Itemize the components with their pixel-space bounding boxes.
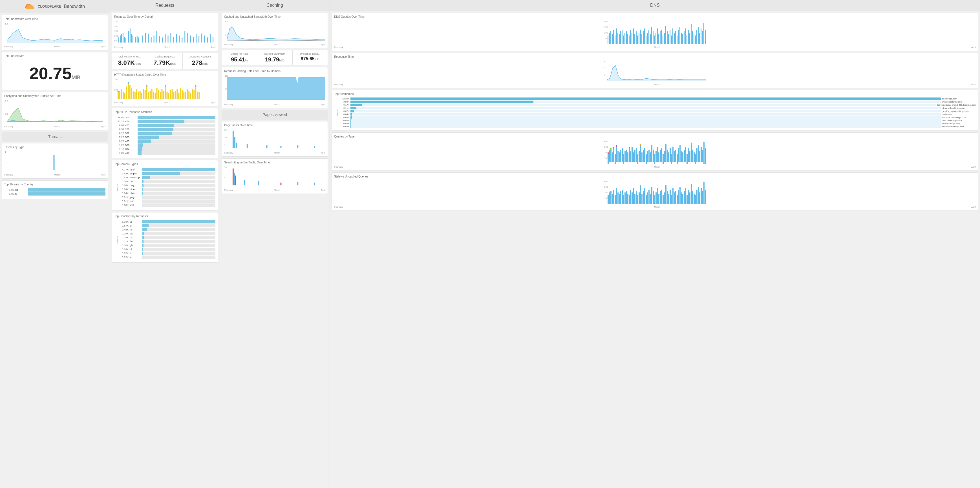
svg-rect-252: [647, 151, 648, 162]
dns-queries-chart: 400 300 200 100: [334, 20, 976, 49]
svg-rect-148: [620, 31, 621, 44]
svg-rect-18: [126, 38, 126, 43]
svg-rect-62: [131, 88, 132, 99]
svg-rect-89: [177, 89, 178, 99]
country-ru: 0.45Kru: [119, 228, 215, 231]
svg-rect-142: [612, 34, 612, 44]
svg-rect-106: [165, 85, 166, 87]
svg-rect-85: [170, 90, 171, 99]
svg-rect-102: [199, 92, 200, 99]
svg-rect-47: [201, 33, 202, 43]
svg-rect-348: [678, 190, 679, 204]
http-errors-chart: 200 100: [114, 78, 215, 104]
svg-rect-255: [651, 146, 652, 162]
countries-list: 6.16Kus 0.57Kcn 0.45Kru 0.19Kua 0.18Kca …: [119, 220, 215, 260]
threat-us-bar: [28, 188, 105, 192]
caching-column: Caching Cached and Uncached Bandwidth Ov…: [220, 0, 330, 488]
svg-text:300: 300: [604, 26, 608, 29]
svg-rect-92: [181, 90, 183, 99]
svg-rect-274: [678, 148, 679, 162]
svg-rect-130: [244, 180, 245, 185]
ct-xml: 0.00Kxml: [119, 203, 215, 207]
svg-rect-339: [665, 185, 667, 204]
hn-secure: 0.02K secure.decokings.com: [339, 125, 976, 128]
svg-rect-218: [608, 152, 609, 154]
svg-rect-181: [667, 31, 668, 44]
svg-rect-305: [617, 192, 619, 204]
svg-rect-241: [633, 152, 634, 162]
svg-rect-248: [641, 152, 643, 162]
svg-rect-86: [172, 89, 173, 99]
svg-rect-270: [672, 147, 673, 162]
ct-json: 0.01Kjson: [119, 200, 215, 203]
svg-rect-316: [633, 188, 634, 204]
hn-matrix: 0.07K _matrix_tcp.decokings.com: [339, 109, 976, 113]
svg-rect-57: [123, 92, 124, 99]
svg-rect-244: [637, 154, 638, 164]
status-403: 8.82403: [114, 124, 215, 127]
pages-viewed-header: Pages viewed: [221, 110, 328, 119]
svg-rect-268: [670, 148, 671, 162]
svg-rect-300: [610, 191, 611, 204]
country-nl: 0.09Knl: [119, 248, 215, 251]
svg-rect-349: [679, 187, 681, 204]
svg-rect-236: [627, 152, 628, 162]
response-time-x-labels: February March April: [334, 83, 976, 86]
svg-rect-151: [624, 33, 625, 44]
svg-rect-238: [629, 147, 630, 148]
svg-rect-100: [195, 87, 196, 99]
svg-rect-320: [639, 192, 640, 204]
country-ua: 0.19Kua: [119, 232, 215, 235]
svg-rect-133: [297, 182, 298, 185]
svg-rect-42: [187, 33, 188, 43]
hostnames-list: 12.35K decokings.com 3.89K www.decokings…: [339, 97, 976, 128]
encrypted-title: Encrypted and Unencrypted Traffic Over T…: [4, 94, 105, 98]
caching-title: Caching: [266, 3, 283, 8]
content-types-list: 4.77Khtml 2.48Kempty 0.52Kjavascript 0.1…: [119, 167, 215, 208]
svg-rect-281: [688, 148, 689, 162]
hn-www-decokings: 3.89K www.decokings.com: [339, 100, 976, 103]
svg-text:100: 100: [604, 197, 608, 200]
cached-bw-metric: Cached Bandwidth 19.79MiB: [257, 50, 293, 65]
svg-rect-346: [675, 191, 676, 204]
country-us: 6.16Kus: [119, 220, 215, 223]
hn-nxdomain: 0.04K nxdomain: [339, 113, 976, 116]
svg-rect-206: [702, 31, 703, 44]
hn-ssl: 0.02K ssl.decokings.com: [339, 122, 976, 125]
svg-text:200: 200: [114, 78, 118, 81]
uncached-bw-value: 975.65KiB: [295, 56, 325, 62]
svg-text:100: 100: [114, 89, 118, 91]
svg-rect-333: [657, 188, 658, 204]
top-threats-title: Top Threats by Country: [4, 183, 105, 186]
country-ca: 0.18Kca: [119, 236, 215, 239]
svg-rect-63: [133, 91, 134, 99]
svg-rect-190: [679, 27, 680, 44]
svg-rect-307: [620, 191, 621, 204]
svg-text:400: 400: [604, 180, 608, 182]
svg-rect-352: [684, 191, 685, 204]
svg-rect-354: [687, 195, 687, 204]
svg-text:100: 100: [114, 35, 118, 37]
caching-rate-chart: 100 50 February March April: [224, 74, 325, 106]
svg-rect-58: [124, 93, 126, 99]
caching-metrics-row: Cache Hit Rate 95.41% Cached Bandwidth 1…: [221, 50, 328, 65]
svg-rect-353: [685, 188, 686, 204]
cached-bw-x-labels: February March April: [224, 43, 325, 46]
svg-text:100: 100: [604, 157, 608, 160]
svg-rect-251: [646, 154, 647, 164]
country-cn: 0.57Kcn: [119, 224, 215, 227]
svg-rect-64: [134, 92, 135, 99]
country-fr: 0.07Kfr: [119, 252, 215, 255]
dns-queries-panel: DNS Queries Over Time 400 300 200 100: [332, 13, 978, 51]
requests-title: Requests: [155, 3, 175, 8]
svg-rect-72: [148, 92, 149, 99]
svg-rect-83: [166, 92, 167, 99]
threats-x-labels: February March April: [4, 174, 105, 176]
svg-rect-25: [138, 38, 139, 43]
svg-rect-351: [682, 194, 683, 204]
svg-rect-28: [148, 34, 149, 43]
uncached-req-label: Uncached Requests: [185, 55, 215, 58]
svg-rect-15: [121, 34, 122, 43]
svg-rect-360: [695, 195, 696, 204]
svg-rect-128: [234, 173, 235, 185]
